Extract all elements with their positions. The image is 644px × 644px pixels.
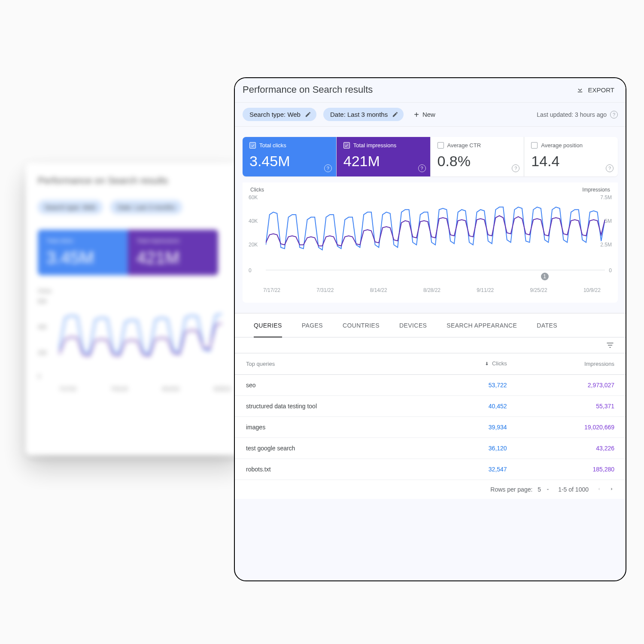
help-icon[interactable]: ? xyxy=(324,164,332,172)
col-top-queries[interactable]: Top queries xyxy=(235,353,426,374)
line-chart-svg xyxy=(266,194,605,276)
arrow-down-icon xyxy=(484,361,489,366)
chevron-right-icon xyxy=(609,486,614,492)
checkbox-icon xyxy=(437,142,444,149)
cell-clicks: 32,547 xyxy=(426,459,518,480)
metric-value: 3.45M xyxy=(249,153,329,170)
col-clicks[interactable]: Clicks xyxy=(426,353,518,374)
x-tick: 9/11/22 xyxy=(477,287,494,293)
table-row[interactable]: images39,93419,020,669 xyxy=(235,416,626,437)
metric-label: Average position xyxy=(541,142,583,149)
y-tick: 60K xyxy=(249,194,258,200)
x-axis: 7/17/22 7/31/22 8/14/22 8/28/22 9/11/22 … xyxy=(263,287,601,293)
performance-card: Performance on Search results EXPORT Sea… xyxy=(234,77,626,581)
metric-value: 14.4 xyxy=(531,153,611,170)
col-impressions[interactable]: Impressions xyxy=(518,353,626,374)
cell-query: structured data testing tool xyxy=(235,395,426,416)
page-title: Performance on Search results xyxy=(243,84,373,95)
table-row[interactable]: test google search36,12043,226 xyxy=(235,437,626,459)
table-row[interactable]: robots.txt32,547185,280 xyxy=(235,459,626,480)
pencil-icon xyxy=(392,111,398,118)
tab-dates[interactable]: DATES xyxy=(537,313,557,337)
right-axis-title: Impressions xyxy=(582,187,610,193)
cell-impressions: 55,371 xyxy=(518,395,626,416)
filter-chip-search-type: Search type: Web xyxy=(38,200,103,214)
page-range: 1-5 of 1000 xyxy=(558,486,589,493)
x-tick: 7/17/22 xyxy=(263,287,280,293)
filter-chip-date: Date: Last 3 months xyxy=(110,200,182,214)
pencil-icon xyxy=(305,111,311,118)
checkbox-icon xyxy=(343,142,350,149)
metric-average-ctr[interactable]: Average CTR 0.8% ? xyxy=(431,137,525,176)
tab-search-appearance[interactable]: SEARCH APPEARANCE xyxy=(447,313,517,337)
y-tick: 0 xyxy=(609,267,612,273)
performance-chart: Clicks Impressions 60K 40K 20K 0 7.5M 5M… xyxy=(243,182,618,303)
left-axis-title: Clicks xyxy=(250,187,264,193)
download-icon xyxy=(576,86,584,94)
y-tick: 0 xyxy=(249,267,252,273)
add-filter-button[interactable]: + New xyxy=(414,110,435,119)
cell-impressions: 185,280 xyxy=(518,459,626,480)
cell-clicks: 53,722 xyxy=(426,374,518,395)
metric-total-clicks[interactable]: Total clicks 3.45M ? xyxy=(243,137,337,176)
x-tick: 8/28/22 xyxy=(423,287,440,293)
table-row[interactable]: structured data testing tool40,45255,371 xyxy=(235,395,626,416)
background-chart xyxy=(59,298,222,380)
background-blurred-card: Performance on Search results Search typ… xyxy=(26,163,240,455)
metric-label: Total clicks xyxy=(259,142,286,149)
tab-queries[interactable]: QUERIES xyxy=(254,313,282,337)
x-tick: 10/9/22 xyxy=(583,287,601,293)
metric-value: 421M xyxy=(343,153,423,170)
cell-query: robots.txt xyxy=(235,459,426,480)
cell-query: seo xyxy=(235,374,426,395)
filter-chip-search-type[interactable]: Search type: Web xyxy=(243,108,316,121)
cell-impressions: 2,973,027 xyxy=(518,374,626,395)
next-page-button[interactable] xyxy=(609,486,614,493)
y-tick: 5M xyxy=(605,218,612,224)
cell-impressions: 19,020,669 xyxy=(518,416,626,437)
tab-countries[interactable]: COUNTRIES xyxy=(343,313,380,337)
rows-per-page-select[interactable]: 5 xyxy=(538,486,550,493)
metric-label: Total impressions xyxy=(353,142,396,149)
add-filter-label: New xyxy=(422,111,435,118)
x-tick: 9/25/22 xyxy=(530,287,547,293)
help-icon[interactable]: ? xyxy=(418,164,426,172)
checkbox-icon xyxy=(249,142,256,149)
y-tick: 20K xyxy=(249,242,258,248)
help-icon[interactable]: ? xyxy=(606,164,614,172)
chip-label: Date: Last 3 months xyxy=(330,111,388,118)
filter-chip-date[interactable]: Date: Last 3 months xyxy=(323,108,404,121)
filter-icon[interactable] xyxy=(606,341,614,349)
x-tick: 7/31/22 xyxy=(316,287,334,293)
chevron-down-icon xyxy=(545,487,550,492)
tab-pages[interactable]: PAGES xyxy=(302,313,323,337)
chip-label: Search type: Web xyxy=(249,111,301,118)
metric-cards: Total clicks 3.45M ? Total impressions 4… xyxy=(243,137,618,176)
help-icon[interactable]: ? xyxy=(610,111,618,118)
metric-average-position[interactable]: Average position 14.4 ? xyxy=(524,137,618,176)
cell-clicks: 40,452 xyxy=(426,395,518,416)
help-icon[interactable]: ? xyxy=(512,164,519,172)
metric-value: 0.8% xyxy=(437,153,517,170)
queries-table: Top queries Clicks Impressions seo53,722… xyxy=(235,353,626,480)
dimension-tabs: QUERIES PAGES COUNTRIES DEVICES SEARCH A… xyxy=(235,313,626,337)
rows-per-page-label: Rows per page: xyxy=(490,486,532,493)
plus-icon: + xyxy=(414,110,419,119)
export-button[interactable]: EXPORT xyxy=(576,86,614,94)
cell-clicks: 36,120 xyxy=(426,437,518,459)
y-tick: 40K xyxy=(249,218,258,224)
chevron-left-icon xyxy=(596,486,601,492)
metric-label: Average CTR xyxy=(447,142,481,149)
tab-devices[interactable]: DEVICES xyxy=(399,313,427,337)
export-label: EXPORT xyxy=(588,86,614,94)
cell-query: test google search xyxy=(235,437,426,459)
table-row[interactable]: seo53,7222,973,027 xyxy=(235,374,626,395)
checkbox-icon xyxy=(531,142,538,149)
page-title: Performance on Search results xyxy=(38,175,228,186)
chart-annotation-marker[interactable]: 1 xyxy=(541,273,549,280)
prev-page-button[interactable] xyxy=(596,486,601,493)
metric-total-impressions[interactable]: Total impressions 421M ? xyxy=(337,137,431,176)
x-tick: 8/14/22 xyxy=(370,287,387,293)
cell-impressions: 43,226 xyxy=(518,437,626,459)
cell-clicks: 39,934 xyxy=(426,416,518,437)
